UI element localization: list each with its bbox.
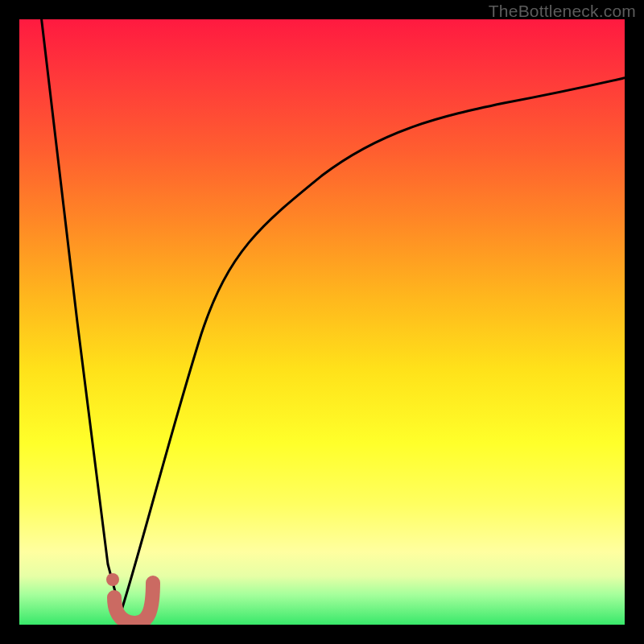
watermark-text: TheBottleneck.com [489, 2, 636, 21]
chart-frame: TheBottleneck.com [0, 0, 644, 644]
right-branch-line [121, 76, 625, 613]
chart-lines [19, 19, 625, 625]
plot-area [19, 19, 625, 625]
svg-point-0 [106, 573, 119, 586]
left-branch-line [41, 19, 121, 613]
